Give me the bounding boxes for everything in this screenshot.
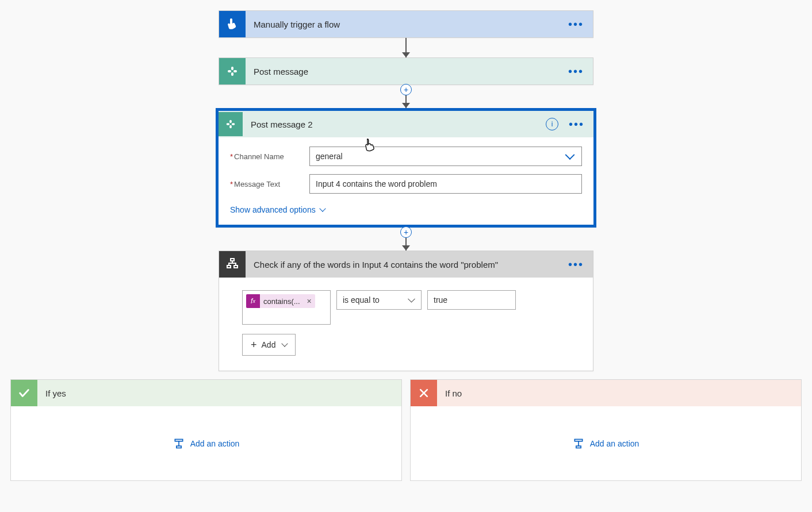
flow-canvas: Manually trigger a flow ••• Post message…: [0, 0, 812, 481]
post-message-card[interactable]: Post message •••: [219, 57, 593, 85]
svg-rect-11: [175, 439, 182, 441]
connector-arrow: [402, 38, 410, 57]
message-text-row: *Message Text Input 4 contains the word …: [230, 174, 582, 194]
expression-token[interactable]: fx contains(... ×: [246, 294, 315, 308]
message-text-label: *Message Text: [230, 180, 309, 188]
if-no-add-action-link[interactable]: Add an action: [573, 438, 639, 449]
manual-trigger-icon: [219, 11, 246, 37]
if-yes-add-action-link[interactable]: Add an action: [173, 438, 240, 449]
trigger-card[interactable]: Manually trigger a flow •••: [219, 10, 593, 38]
svg-rect-5: [232, 123, 235, 125]
condition-title: Check if any of the words in Input 4 con…: [246, 260, 566, 270]
condition-header[interactable]: Check if any of the words in Input 4 con…: [219, 251, 593, 278]
if-no-branch: If no Add an action: [410, 379, 802, 481]
condition-value-input[interactable]: true: [427, 290, 516, 310]
svg-rect-9: [227, 265, 231, 268]
post-message-2-card[interactable]: Post message 2 i ••• *Channel Name gener…: [216, 108, 596, 228]
if-no-title: If no: [437, 388, 462, 398]
if-yes-title: If yes: [37, 388, 66, 398]
condition-icon: [219, 251, 246, 278]
if-no-header[interactable]: If no: [411, 380, 801, 406]
condition-card[interactable]: Check if any of the words in Input 4 con…: [219, 251, 593, 371]
channel-name-label: *Channel Name: [230, 152, 309, 161]
svg-rect-15: [574, 439, 582, 441]
trigger-menu-button[interactable]: •••: [566, 21, 586, 27]
svg-rect-8: [231, 259, 234, 261]
post-message-2-header[interactable]: Post message 2 i •••: [219, 111, 593, 137]
add-action-icon: [173, 438, 185, 449]
post-message-title: Post message: [246, 67, 566, 76]
expression-text: contains(...: [260, 297, 304, 306]
if-yes-header[interactable]: If yes: [11, 380, 401, 406]
condition-branches: If yes Add an action If no Add an action: [0, 371, 812, 481]
add-action-icon: [573, 438, 584, 449]
svg-rect-3: [231, 72, 233, 76]
condition-operator-select[interactable]: is equal to: [336, 290, 422, 310]
fx-icon: fx: [246, 294, 260, 308]
message-text-input[interactable]: Input 4 contains the word problem: [309, 174, 582, 194]
check-icon: [11, 380, 37, 406]
svg-rect-2: [231, 67, 233, 70]
svg-rect-12: [177, 446, 181, 448]
condition-body: fx contains(... × is equal to true + Add: [219, 278, 593, 371]
add-step-button[interactable]: +: [400, 84, 412, 95]
connector-arrow-plus: +: [402, 228, 410, 251]
remove-expression-button[interactable]: ×: [304, 297, 315, 306]
svg-rect-1: [233, 70, 237, 72]
svg-rect-16: [576, 446, 581, 448]
slack-icon: [219, 58, 246, 84]
connector-arrow-plus: +: [402, 85, 410, 108]
trigger-title: Manually trigger a flow: [246, 20, 566, 29]
slack-icon: [219, 112, 243, 136]
if-yes-branch: If yes Add an action: [10, 379, 402, 481]
channel-name-select[interactable]: general: [309, 147, 582, 166]
add-condition-button[interactable]: + Add: [242, 334, 296, 356]
add-step-button[interactable]: +: [400, 226, 412, 238]
svg-rect-10: [234, 265, 238, 268]
x-icon: [411, 380, 437, 406]
condition-expression-input[interactable]: fx contains(... ×: [242, 290, 331, 325]
post-message-2-menu-button[interactable]: •••: [566, 121, 587, 127]
svg-rect-0: [228, 70, 231, 72]
condition-menu-button[interactable]: •••: [566, 261, 586, 267]
trigger-header[interactable]: Manually trigger a flow •••: [219, 11, 593, 37]
channel-name-row: *Channel Name general: [230, 147, 582, 166]
post-message-2-title: Post message 2: [243, 120, 546, 129]
post-message-2-body: *Channel Name general *Message Text Inpu…: [219, 137, 593, 225]
svg-rect-6: [229, 120, 232, 124]
svg-rect-4: [227, 123, 230, 125]
post-message-header[interactable]: Post message •••: [219, 58, 593, 84]
info-icon[interactable]: i: [546, 118, 558, 130]
svg-rect-7: [229, 125, 232, 129]
show-advanced-options-link[interactable]: Show advanced options: [230, 205, 325, 214]
post-message-menu-button[interactable]: •••: [566, 68, 586, 74]
